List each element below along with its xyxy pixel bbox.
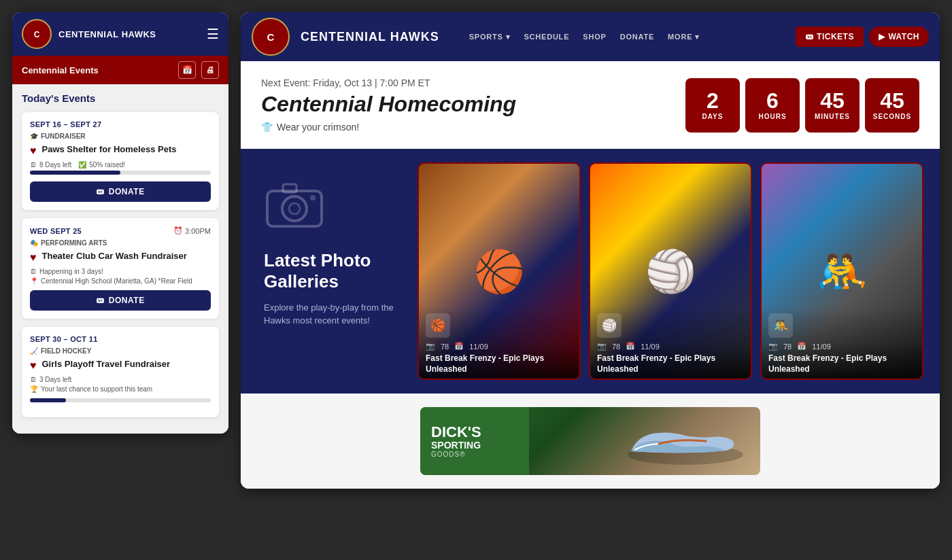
photo-icon: 📷: [426, 342, 435, 351]
hero-subtitle: 👕 Wear your crimson!: [261, 122, 685, 133]
donate-button[interactable]: 🎟 DONATE: [30, 181, 211, 202]
event-card: WED SEPT 25 ⏰ 3:00PM 🎭 PERFORMING ARTS ♥…: [22, 218, 219, 319]
countdown-days: 2 DAYS: [685, 78, 740, 133]
event-date: WED SEPT 25: [30, 227, 82, 235]
svg-text:C: C: [34, 30, 40, 39]
gallery-card-title: Fast Break Frenzy - Epic Plays Unleashed: [768, 353, 915, 374]
gallery-card-title: Fast Break Frenzy - Epic Plays Unleashed: [426, 353, 573, 374]
mobile-brand-title: CENTENNIAL HAWKS: [58, 29, 200, 39]
location-icon: 📍: [30, 277, 38, 285]
ad-image-area: [529, 414, 760, 468]
hero-title: Centennial Homecoming: [261, 92, 685, 116]
ad-brand-line3: GOODS®: [431, 451, 466, 458]
calendar-icon: 🗓: [30, 376, 37, 383]
nav-links: SPORTS ▾ SCHEDULE SHOP DONATE MORE ▾: [464, 29, 785, 46]
event-date-row: WED SEPT 25 ⏰ 3:00PM: [30, 226, 211, 235]
svg-point-5: [282, 196, 307, 221]
nav-link-sports[interactable]: SPORTS ▾: [464, 29, 516, 46]
play-icon: ▶: [879, 32, 885, 41]
ad-banner[interactable]: DICK'S SPORTING GOODS®: [420, 407, 760, 475]
event-category: 🎓 FUNDRAISER: [30, 133, 211, 140]
trophy-icon: 🏆: [30, 385, 38, 393]
mobile-header: C CENTENNIAL HAWKS ☰: [12, 12, 228, 56]
watch-button[interactable]: ▶ WATCH: [869, 27, 929, 47]
event-meta: 🗓 Happening in 3 days!: [30, 268, 211, 275]
gallery-card-image: 🏐 🏐 📷 78 📅 11/09 Fast Break Frenzy - Epi…: [590, 164, 751, 379]
category-icon: 🎓: [30, 133, 38, 140]
nav-actions: 🎟 TICKETS ▶ WATCH: [796, 27, 929, 47]
event-name: Theater Club Car Wash Fundraiser: [42, 251, 187, 262]
calendar-icon[interactable]: 📅: [178, 61, 196, 79]
ticket-icon: 🎟: [805, 32, 814, 41]
nav-logo: C: [252, 18, 290, 56]
gallery-card[interactable]: 🏐 🏐 📷 78 📅 11/09 Fast Break Frenzy - Epi…: [589, 162, 752, 380]
donate-icon: 🎟: [96, 187, 105, 196]
countdown-seconds-label: SECONDS: [873, 113, 911, 120]
shirt-icon: 👕: [261, 122, 273, 133]
countdown-minutes-label: MINUTES: [815, 113, 850, 120]
gallery-card-overlay: 🏀 📷 78 📅 11/09 Fast Break Frenzy - Epic …: [419, 307, 579, 379]
desktop-panel: C CENTENNIAL HAWKS SPORTS ▾ SCHEDULE SHO…: [241, 12, 940, 489]
desktop-nav: C CENTENNIAL HAWKS SPORTS ▾ SCHEDULE SHO…: [241, 12, 940, 61]
event-name-row: ♥ Girls Playoff Travel Fundraiser: [30, 359, 211, 372]
event-date: SEPT 16 – SEPT 27: [30, 120, 101, 128]
event-date-row: SEPT 16 – SEPT 27: [30, 120, 211, 128]
wrestling-sport-icon: 🤼: [768, 313, 793, 338]
heart-icon: ♥: [30, 251, 37, 264]
gallery-card-overlay: 🤼 📷 78 📅 11/09 Fast Break Frenzy - Epic …: [762, 307, 922, 379]
check-icon: ✅: [78, 161, 86, 169]
nav-brand: CENTENNIAL HAWKS: [301, 30, 439, 44]
clock-icon: ⏰: [173, 226, 183, 235]
cal-icon: 📅: [626, 342, 635, 351]
gallery-card-meta: 📷 78 📅 11/09: [426, 342, 573, 351]
clock-icon: 🗓: [30, 161, 37, 169]
gallery-card-image: 🏀 🏀 📷 78 📅 11/09 Fast Break Frenzy - Epi…: [419, 164, 579, 379]
gallery-card-image: 🤼 🤼 📷 78 📅 11/09 Fast Break Frenzy - Epi…: [762, 164, 922, 379]
event-date: SEPT 30 – OCT 11: [30, 335, 98, 343]
ad-logo-area: DICK'S SPORTING GOODS®: [420, 407, 529, 475]
tickets-button[interactable]: 🎟 TICKETS: [796, 27, 864, 47]
progress-bar-bg: [30, 398, 211, 402]
hero-left: Next Event: Friday, Oct 13 | 7:00 PM ET …: [261, 77, 685, 133]
calendar-icon: 🗓: [30, 268, 37, 275]
event-location: 📍 Centennial High School (Marietta, GA) …: [30, 277, 211, 285]
countdown-days-value: 2: [707, 90, 719, 111]
hamburger-icon[interactable]: ☰: [207, 26, 219, 42]
photo-icon: 📷: [768, 342, 778, 351]
donate-button[interactable]: 🎟 DONATE: [30, 290, 211, 311]
photo-icon: 📷: [597, 342, 607, 351]
nav-link-schedule[interactable]: SCHEDULE: [518, 29, 575, 45]
heart-icon: ♥: [30, 145, 37, 157]
mobile-sub-header: Centennial Events 📅 🖨: [12, 56, 228, 84]
gallery-card[interactable]: 🤼 🤼 📷 78 📅 11/09 Fast Break Frenzy - Epi…: [760, 162, 923, 380]
gallery-card[interactable]: 🏀 🏀 📷 78 📅 11/09 Fast Break Frenzy - Epi…: [418, 162, 581, 380]
gallery-cards: 🏀 🏀 📷 78 📅 11/09 Fast Break Frenzy - Epi…: [418, 162, 923, 380]
print-icon[interactable]: 🖨: [201, 61, 219, 79]
gallery-card-meta: 📷 78 📅 11/09: [768, 342, 915, 351]
countdown-hours-label: HOURS: [758, 113, 786, 120]
countdown-row: 2 DAYS 6 HOURS 45 MINUTES 45 SECONDS: [685, 78, 919, 133]
countdown-minutes-value: 45: [820, 90, 845, 111]
nav-link-donate[interactable]: DONATE: [615, 29, 660, 45]
event-name: Paws Shelter for Homeless Pets: [42, 144, 177, 156]
volleyball-sport-icon: 🏐: [597, 313, 622, 338]
event-card: SEPT 16 – SEPT 27 🎓 FUNDRAISER ♥ Paws Sh…: [22, 112, 219, 210]
nav-link-shop[interactable]: SHOP: [577, 29, 611, 45]
nav-link-more[interactable]: MORE ▾: [662, 29, 705, 46]
svg-text:C: C: [267, 31, 275, 43]
event-meta: 🗓 8 Days left ✅ 50% raised!: [30, 161, 211, 169]
gallery-title: Latest Photo Galleries: [264, 250, 400, 292]
gallery-desc: Explore the play-by-play from the Hawks …: [264, 301, 400, 328]
cal-icon: 📅: [454, 342, 464, 351]
event-time: ⏰ 3:00PM: [173, 226, 211, 235]
mobile-panel: C CENTENNIAL HAWKS ☰ Centennial Events 📅…: [12, 12, 228, 434]
svg-point-6: [289, 203, 300, 214]
event-name-row: ♥ Paws Shelter for Homeless Pets: [30, 144, 211, 157]
gallery-card-title: Fast Break Frenzy - Epic Plays Unleashed: [597, 353, 744, 374]
svg-point-8: [310, 195, 316, 200]
countdown-seconds: 45 SECONDS: [865, 78, 919, 133]
event-category: 🎭 PERFORMING ARTS: [30, 239, 211, 247]
progress-bar-bg: [30, 171, 211, 175]
ad-section: DICK'S SPORTING GOODS®: [241, 393, 940, 489]
gallery-card-overlay: 🏐 📷 78 📅 11/09 Fast Break Frenzy - Epic …: [590, 307, 751, 379]
